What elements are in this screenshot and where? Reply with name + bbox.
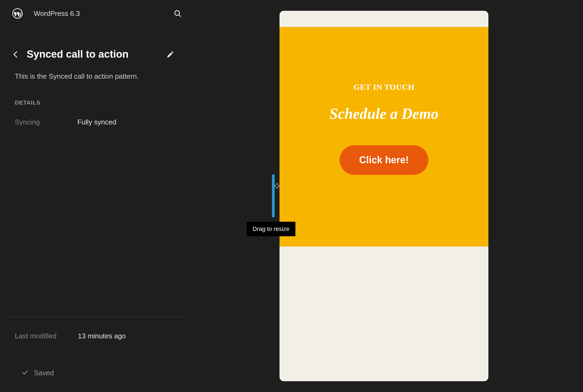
pattern-description: This is the Synced call to action patter… bbox=[5, 72, 189, 81]
cta-block: GET IN TOUCH Schedule a Demo Click here! bbox=[280, 27, 488, 247]
wordpress-version: WordPress 6.3 bbox=[34, 9, 80, 18]
resize-tooltip: Drag to resize bbox=[247, 222, 295, 236]
search-icon[interactable] bbox=[173, 9, 182, 18]
cta-button[interactable]: Click here! bbox=[340, 145, 428, 175]
saved-label: Saved bbox=[34, 369, 54, 377]
last-modified-row: Last modified 13 minutes ago bbox=[5, 317, 189, 355]
cta-eyebrow: GET IN TOUCH bbox=[353, 82, 414, 92]
syncing-row: Syncing Fully synced bbox=[5, 118, 189, 126]
details-heading: DETAILS bbox=[5, 99, 189, 106]
wordpress-logo-icon[interactable] bbox=[12, 8, 23, 19]
page-title: Synced call to action bbox=[27, 48, 157, 60]
cta-heading: Schedule a Demo bbox=[329, 105, 438, 122]
back-chevron-icon[interactable] bbox=[12, 51, 19, 58]
edit-icon[interactable] bbox=[165, 50, 175, 59]
last-modified-value: 13 minutes ago bbox=[78, 332, 126, 340]
syncing-value: Fully synced bbox=[77, 118, 116, 126]
check-icon bbox=[22, 369, 29, 377]
svg-line-2 bbox=[179, 15, 181, 16]
saved-status: Saved bbox=[5, 355, 189, 392]
syncing-key: Syncing bbox=[15, 118, 77, 126]
preview-canvas[interactable]: GET IN TOUCH Schedule a Demo Click here! bbox=[280, 11, 488, 381]
last-modified-label: Last modified bbox=[15, 332, 78, 340]
resize-handle-left[interactable] bbox=[272, 174, 275, 217]
